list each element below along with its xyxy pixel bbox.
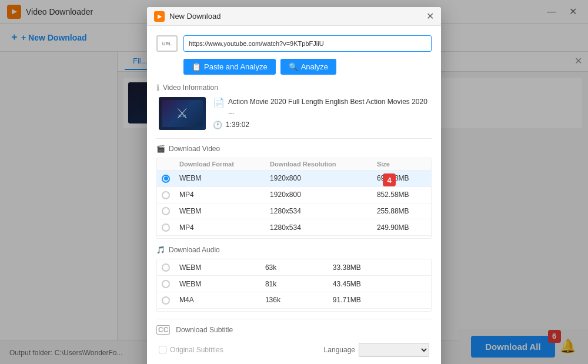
- step-badge-4: 4: [383, 173, 396, 186]
- size-cell: 43.45MB: [328, 276, 431, 292]
- download-video-header: 🎬 Download Video: [156, 145, 432, 153]
- audio-format-table: WEBM 63k 33.38MB WEBM 81k 43.45MB M4A 13…: [157, 259, 431, 308]
- duration-row: 🕐 1:39:02: [213, 121, 432, 129]
- radio-circle: [162, 207, 170, 215]
- download-audio-header: 🎵 Download Audio: [156, 246, 432, 254]
- url-input[interactable]: [183, 35, 432, 52]
- size-cell: 91.71MB: [328, 292, 431, 308]
- language-select[interactable]: [359, 343, 429, 357]
- radio-cell[interactable]: [157, 171, 175, 187]
- size-cell: 692.68MB: [372, 171, 431, 187]
- url-icon: URL: [156, 35, 178, 52]
- format-cell: MP4: [175, 219, 265, 236]
- modal-title-bar: ▶ New Download ✕: [147, 7, 441, 26]
- radio-cell[interactable]: [157, 186, 175, 203]
- radio-cell[interactable]: [157, 203, 175, 219]
- video-figure-icon: ⚔: [176, 105, 189, 122]
- info-icon: ℹ: [156, 83, 159, 92]
- radio-cell[interactable]: [157, 292, 175, 308]
- th-select: [157, 158, 175, 171]
- audio-format-row[interactable]: M4A 136k 91.71MB: [157, 292, 431, 308]
- radio-circle: [162, 280, 170, 288]
- download-subtitle-label: Download Subtitle: [176, 326, 233, 334]
- divider-1: [156, 138, 432, 139]
- original-subtitles-label[interactable]: Original Subtitles: [159, 346, 223, 354]
- url-section: URL: [156, 35, 432, 52]
- modal-body: URL 📋 Paste and Analyze 🔍 Analyze: [147, 26, 441, 364]
- cc-icon: CC: [156, 325, 170, 335]
- resolution-cell: 1920x800: [265, 186, 372, 203]
- radio-circle: [162, 191, 170, 199]
- resolution-cell: 81k: [260, 276, 328, 292]
- radio-cell[interactable]: [157, 259, 175, 275]
- modal-overlay: ▶ New Download ✕ URL 📋 Pa: [0, 0, 588, 364]
- action-buttons: 📋 Paste and Analyze 🔍 Analyze: [156, 59, 432, 75]
- video-format-row[interactable]: MP4 1280x534 249.90MB: [157, 219, 431, 236]
- radio-circle: [162, 263, 170, 272]
- video-format-table: Download Format Download Resolution Size…: [157, 158, 431, 236]
- radio-circle: [162, 223, 170, 232]
- subtitle-row: Original Subtitles Language: [156, 339, 432, 360]
- radio-circle: [162, 296, 170, 305]
- resolution-cell: 1280x534: [265, 219, 372, 236]
- video-dl-icon: 🎬: [156, 145, 165, 153]
- video-format-row[interactable]: MP4 1920x800 852.58MB: [157, 186, 431, 203]
- radio-cell[interactable]: [157, 219, 175, 236]
- th-format: Download Format: [175, 158, 265, 171]
- video-info-label: Video Information: [163, 84, 218, 92]
- size-cell: 249.90MB: [372, 219, 431, 236]
- paste-analyze-button[interactable]: 📋 Paste and Analyze: [183, 59, 276, 75]
- modal-title: New Download: [169, 12, 426, 21]
- analyze-button[interactable]: 🔍 Analyze: [280, 59, 336, 75]
- format-cell: M4A: [175, 292, 260, 308]
- original-subtitles-text: Original Subtitles: [170, 346, 223, 354]
- app-window: ▶ Video Downloader — ✕ ＋ + New Download …: [0, 0, 588, 364]
- audio-format-row[interactable]: WEBM 63k 33.38MB: [157, 259, 431, 275]
- video-format-row[interactable]: WEBM 1280x534 255.88MB: [157, 203, 431, 219]
- audio-section: 🎵 Download Audio WEBM 63k 33.38MB WEBM 8…: [156, 246, 432, 311]
- size-cell: 33.38MB: [328, 259, 431, 275]
- paste-analyze-label: Paste and Analyze: [204, 62, 268, 71]
- video-title-row: 📄 Action Movie 2020 Full Length English …: [213, 97, 432, 117]
- subtitle-section: CC Download Subtitle Original Subtitles …: [156, 319, 432, 360]
- video-thumbnail-small: ⚔: [159, 97, 206, 130]
- video-thumb-inner: ⚔: [162, 100, 203, 127]
- modal-logo-icon: ▶: [154, 11, 165, 22]
- th-size: Size: [372, 158, 431, 171]
- resolution-cell: 1920x800: [265, 171, 372, 187]
- radio-checked: [162, 175, 170, 183]
- format-cell: WEBM: [175, 171, 265, 187]
- format-cell: MP4: [175, 186, 265, 203]
- file-icon: 📄: [213, 97, 225, 108]
- modal-close-button[interactable]: ✕: [426, 11, 434, 22]
- video-info-box: ⚔ 📄 Action Movie 2020 Full Length Englis…: [156, 97, 432, 130]
- video-info-header: ℹ Video Information: [156, 83, 432, 92]
- audio-format-table-wrapper: WEBM 63k 33.38MB WEBM 81k 43.45MB M4A 13…: [156, 259, 432, 311]
- download-subtitle-header: CC Download Subtitle: [156, 325, 432, 335]
- download-video-label: Download Video: [169, 145, 220, 153]
- original-subtitles-checkbox[interactable]: [159, 346, 166, 353]
- language-label: Language: [324, 346, 355, 354]
- download-audio-label: Download Audio: [169, 246, 220, 254]
- paste-icon: 📋: [192, 62, 201, 71]
- audio-icon: 🎵: [156, 246, 165, 254]
- modal-dialog: ▶ New Download ✕ URL 📋 Pa: [147, 7, 441, 364]
- analyze-label: Analyze: [301, 62, 328, 71]
- video-details: 📄 Action Movie 2020 Full Length English …: [213, 97, 432, 130]
- audio-format-row[interactable]: WEBM 81k 43.45MB: [157, 276, 431, 292]
- format-cell: WEBM: [175, 276, 260, 292]
- size-cell: 852.58MB: [372, 186, 431, 203]
- clock-icon: 🕐: [213, 121, 222, 129]
- format-cell: WEBM: [175, 203, 265, 219]
- resolution-cell: 1280x534: [265, 203, 372, 219]
- size-cell: 255.88MB: [372, 203, 431, 219]
- video-title-text: Action Movie 2020 Full Length English Be…: [228, 97, 432, 117]
- resolution-cell: 136k: [260, 292, 328, 308]
- duration-text: 1:39:02: [226, 121, 249, 129]
- video-format-table-wrapper: Download Format Download Resolution Size…: [156, 158, 432, 239]
- th-resolution: Download Resolution: [265, 158, 372, 171]
- radio-cell[interactable]: [157, 276, 175, 292]
- resolution-cell: 63k: [260, 259, 328, 275]
- divider-2: [156, 319, 432, 319]
- search-icon: 🔍: [289, 62, 298, 71]
